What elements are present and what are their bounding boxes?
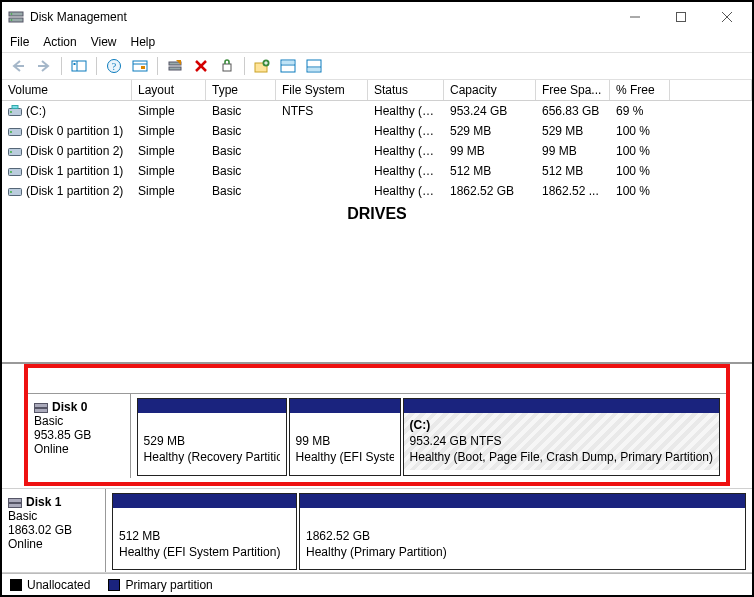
- part-size: 99 MB: [296, 433, 394, 449]
- refresh-button[interactable]: [163, 55, 187, 77]
- disk-icon: [8, 496, 22, 508]
- menubar: File Action View Help: [2, 32, 752, 52]
- properties-button[interactable]: [215, 55, 239, 77]
- volume-fs: [276, 121, 368, 141]
- disk0-info[interactable]: Disk 0 Basic 953.85 GB Online: [28, 394, 131, 478]
- disk-map: Disk 0 Basic 953.85 GB Online 529 MB Hea…: [2, 363, 752, 573]
- disk1-partitions: 512 MB Healthy (EFI System Partition) 18…: [106, 489, 752, 572]
- disk0-partition3[interactable]: (C:) 953.24 GB NTFS Healthy (Boot, Page …: [403, 398, 720, 476]
- svg-text:?: ?: [112, 61, 117, 72]
- maximize-button[interactable]: [658, 3, 704, 31]
- col-volume[interactable]: Volume: [2, 80, 132, 100]
- disk1-state: Online: [8, 537, 99, 551]
- forward-button[interactable]: [32, 55, 56, 77]
- disk1-size: 1863.02 GB: [8, 523, 99, 537]
- part-size: 1862.52 GB: [306, 528, 739, 544]
- volume-layout: Simple: [132, 141, 206, 161]
- svg-rect-46: [35, 409, 48, 413]
- delete-button[interactable]: [189, 55, 213, 77]
- window-title: Disk Management: [30, 10, 612, 24]
- volume-name: (Disk 0 partition 1): [26, 124, 123, 138]
- swatch-unallocated: [10, 579, 22, 591]
- svg-rect-48: [9, 504, 22, 508]
- part-size: 953.24 GB NTFS: [410, 433, 713, 449]
- svg-point-3: [11, 19, 13, 21]
- menu-file[interactable]: File: [10, 35, 29, 49]
- disk1-info[interactable]: Disk 1 Basic 1863.02 GB Online: [2, 489, 106, 572]
- disk1-type: Basic: [8, 509, 99, 523]
- part-status: Healthy (Boot, Page File, Crash Dump, Pr…: [410, 449, 713, 465]
- svg-point-38: [10, 131, 12, 133]
- part-status: Healthy (Recovery Partition): [144, 449, 280, 465]
- legend-primary: Primary partition: [108, 578, 212, 592]
- col-pctfree[interactable]: % Free: [610, 80, 670, 100]
- col-freespace[interactable]: Free Spa...: [536, 80, 610, 100]
- volume-capacity: 1862.52 GB: [444, 181, 536, 201]
- legend-unallocated-label: Unallocated: [27, 578, 90, 592]
- col-filesystem[interactable]: File System: [276, 80, 368, 100]
- disk-management-window: Disk Management File Action View Help ? …: [0, 0, 754, 597]
- col-layout[interactable]: Layout: [132, 80, 206, 100]
- volume-type: Basic: [206, 121, 276, 141]
- volume-row[interactable]: (C:)SimpleBasicNTFSHealthy (B...953.24 G…: [2, 101, 752, 121]
- drives-annotation-label: DRIVES: [2, 201, 752, 231]
- part-name: (C:): [410, 418, 431, 432]
- menu-action[interactable]: Action: [43, 35, 76, 49]
- volume-fs: [276, 141, 368, 161]
- volume-icon: [8, 185, 22, 197]
- disk0-state: Online: [34, 442, 124, 456]
- show-hide-console-button[interactable]: [67, 55, 91, 77]
- legend: Unallocated Primary partition: [2, 573, 752, 595]
- volume-fs: NTFS: [276, 101, 368, 121]
- volume-pctfree: 100 %: [610, 181, 670, 201]
- col-capacity[interactable]: Capacity: [444, 80, 536, 100]
- list-bottom-button[interactable]: [302, 55, 326, 77]
- volume-free: 512 MB: [536, 161, 610, 181]
- volume-pctfree: 100 %: [610, 161, 670, 181]
- col-type[interactable]: Type: [206, 80, 276, 100]
- svg-point-2: [11, 13, 13, 15]
- volume-row[interactable]: (Disk 1 partition 2)SimpleBasicHealthy (…: [2, 181, 752, 201]
- volume-row[interactable]: (Disk 0 partition 1)SimpleBasicHealthy (…: [2, 121, 752, 141]
- volume-capacity: 953.24 GB: [444, 101, 536, 121]
- volume-fs: [276, 181, 368, 201]
- help-button[interactable]: ?: [102, 55, 126, 77]
- volume-row[interactable]: (Disk 0 partition 2)SimpleBasicHealthy (…: [2, 141, 752, 161]
- svg-rect-32: [308, 68, 320, 71]
- settings-button[interactable]: [128, 55, 152, 77]
- part-size: 512 MB: [119, 528, 290, 544]
- menu-help[interactable]: Help: [131, 35, 156, 49]
- svg-rect-19: [169, 67, 181, 70]
- volume-status: Healthy (P...: [368, 181, 444, 201]
- svg-point-44: [10, 191, 12, 193]
- disk0-partition2[interactable]: 99 MB Healthy (EFI System Partition): [289, 398, 401, 476]
- svg-rect-5: [677, 13, 686, 22]
- part-status: Healthy (EFI System Partition): [296, 449, 394, 465]
- volume-type: Basic: [206, 181, 276, 201]
- menu-view[interactable]: View: [91, 35, 117, 49]
- disk0-size: 953.85 GB: [34, 428, 124, 442]
- svg-rect-29: [282, 61, 294, 64]
- disk0-row: Disk 0 Basic 953.85 GB Online 529 MB Hea…: [28, 394, 726, 478]
- volume-status: Healthy (B...: [368, 101, 444, 121]
- svg-rect-12: [74, 63, 76, 65]
- legend-unallocated: Unallocated: [10, 578, 90, 592]
- disk0-partition1[interactable]: 529 MB Healthy (Recovery Partition): [137, 398, 287, 476]
- minimize-button[interactable]: [612, 3, 658, 31]
- disk0-label: Disk 0: [52, 400, 87, 414]
- svg-rect-47: [9, 499, 22, 503]
- volume-free: 656.83 GB: [536, 101, 610, 121]
- new-volume-button[interactable]: [250, 55, 274, 77]
- back-button[interactable]: [6, 55, 30, 77]
- disk1-partition1[interactable]: 512 MB Healthy (EFI System Partition): [112, 493, 297, 570]
- volume-type: Basic: [206, 141, 276, 161]
- volume-icon: [8, 165, 22, 177]
- list-top-button[interactable]: [276, 55, 300, 77]
- col-status[interactable]: Status: [368, 80, 444, 100]
- disk1-row: Disk 1 Basic 1863.02 GB Online 512 MB He…: [2, 488, 752, 572]
- volume-row[interactable]: (Disk 1 partition 1)SimpleBasicHealthy (…: [2, 161, 752, 181]
- col-spacer: [670, 80, 752, 100]
- close-button[interactable]: [704, 3, 750, 31]
- disk1-partition2[interactable]: 1862.52 GB Healthy (Primary Partition): [299, 493, 746, 570]
- volume-icon: [8, 125, 22, 137]
